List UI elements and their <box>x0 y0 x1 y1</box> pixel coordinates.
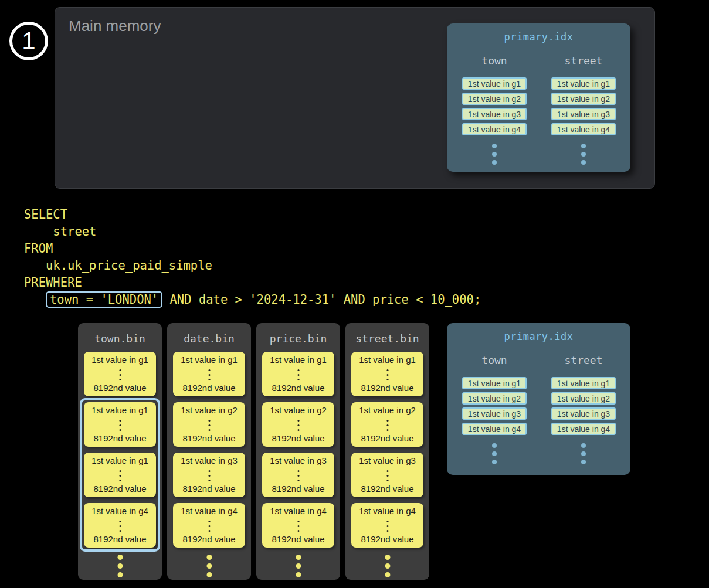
granule-last-value: 8192nd value <box>262 433 334 443</box>
index-mark-chip: 1st value in g4 <box>462 423 527 435</box>
index-mark-chip: 1st value in g3 <box>462 108 527 120</box>
granule-first-value: 1st value in g1 <box>351 355 423 365</box>
index-mark-chip: 1st value in g2 <box>462 392 527 405</box>
sql-line-prewhere: PREWHERE <box>24 276 82 290</box>
primary-idx-title: primary.idx <box>447 331 630 342</box>
granule-first-value: 1st value in g4 <box>262 506 334 516</box>
sql-line-conditions: AND date > '2024-12-31' AND price < 10_0… <box>162 293 481 307</box>
index-mark-chip: 1st value in g2 <box>551 392 616 405</box>
bin-file-title: date.bin <box>167 332 251 345</box>
granule-block: 1st value in g1 8192nd value <box>351 352 423 396</box>
ellipsis-dots-icon <box>385 555 390 577</box>
granule-ellipsis-icon <box>208 420 210 431</box>
granule-ellipsis-icon <box>386 369 388 380</box>
index-mark-chip: 1st value in g2 <box>551 93 616 105</box>
granule-last-value: 8192nd value <box>262 383 334 393</box>
index-mark-chip: 1st value in g2 <box>462 93 527 105</box>
index-mark-chip: 1st value in g4 <box>462 123 527 135</box>
granule-ellipsis-icon <box>386 470 388 481</box>
column-header-town: town <box>453 55 535 67</box>
sql-query: SELECT street FROM uk.uk_price_paid_simp… <box>24 206 481 308</box>
granule-first-value: 1st value in g4 <box>173 506 245 516</box>
ellipsis-dots-icon <box>206 555 212 577</box>
bin-panel-town: town.bin 1st value in g1 8192nd value 1s… <box>78 323 162 580</box>
index-mark-chip: 1st value in g3 <box>462 407 527 420</box>
granule-first-value: 1st value in g3 <box>262 456 334 465</box>
granule-first-value: 1st value in g2 <box>173 405 245 415</box>
step-1-badge: 1 <box>9 22 48 60</box>
granule-last-value: 8192nd value <box>351 534 423 544</box>
ellipsis-dots-icon <box>492 144 497 165</box>
main-memory-title: Main memory <box>69 17 161 35</box>
diagram-canvas: 1 Main memory primary.idx town street 1s… <box>0 0 709 588</box>
granule-block: 1st value in g4 8192nd value <box>173 503 245 548</box>
granule-ellipsis-icon <box>297 521 299 532</box>
granule-last-value: 8192nd value <box>173 484 245 494</box>
index-mark-chip: 1st value in g1 <box>551 377 616 389</box>
granule-ellipsis-icon <box>297 470 299 481</box>
granule-ellipsis-icon <box>297 420 299 431</box>
granule-block: 1st value in g3 8192nd value <box>262 453 334 497</box>
granule-first-value: 1st value in g3 <box>351 456 423 465</box>
granule-last-value: 8192nd value <box>262 534 334 544</box>
granule-last-value: 8192nd value <box>173 534 245 544</box>
granule-last-value: 8192nd value <box>262 484 334 494</box>
primary-idx-title: primary.idx <box>447 31 630 43</box>
bin-panel-street: street.bin 1st value in g1 8192nd value … <box>345 323 429 580</box>
bin-file-title: town.bin <box>78 332 162 345</box>
granule-ellipsis-icon <box>208 521 210 532</box>
index-mark-chip: 1st value in g3 <box>551 108 616 120</box>
granule-block: 1st value in g1 8192nd value <box>173 352 245 396</box>
index-mark-chip: 1st value in g4 <box>551 123 616 135</box>
granule-ellipsis-icon <box>208 470 210 481</box>
column-header-street: street <box>542 354 625 366</box>
bin-panel-date: date.bin 1st value in g1 8192nd value 1s… <box>167 323 251 580</box>
sql-line-table: uk.uk_price_paid_simple <box>24 259 212 273</box>
sql-line-select-column: street <box>24 225 96 239</box>
bin-file-title: street.bin <box>345 332 429 345</box>
granule-ellipsis-icon <box>297 369 299 380</box>
ellipsis-dots-icon <box>296 555 301 577</box>
bin-file-title: price.bin <box>256 332 340 345</box>
granule-block: 1st value in g1 8192nd value <box>84 352 156 396</box>
step-number: 1 <box>22 27 35 55</box>
primary-idx-panel-top: primary.idx town street 1st value in g1 … <box>447 23 630 172</box>
index-mark-chip: 1st value in g1 <box>462 377 527 389</box>
prewhere-town-highlight: town = 'LONDON' <box>46 291 162 308</box>
granule-last-value: 8192nd value <box>173 433 245 443</box>
granule-ellipsis-icon <box>386 420 388 431</box>
granule-ellipsis-icon <box>119 369 121 380</box>
granule-last-value: 8192nd value <box>351 484 423 494</box>
column-header-street: street <box>542 55 625 67</box>
index-mark-chip: 1st value in g1 <box>462 77 527 90</box>
granule-last-value: 8192nd value <box>173 383 245 393</box>
ellipsis-dots-icon <box>581 144 586 165</box>
granule-last-value: 8192nd value <box>84 383 156 393</box>
granule-block: 1st value in g2 8192nd value <box>262 402 334 447</box>
granule-block: 1st value in g4 8192nd value <box>262 503 334 548</box>
ellipsis-dots-icon <box>492 443 497 464</box>
index-mark-chip: 1st value in g1 <box>551 77 616 90</box>
bin-panel-price: price.bin 1st value in g1 8192nd value 1… <box>256 323 340 580</box>
granule-first-value: 1st value in g1 <box>84 355 156 365</box>
sql-indent <box>24 293 46 307</box>
matching-granules-highlight-ring <box>80 398 160 552</box>
primary-idx-panel-bottom: primary.idx town street 1st value in g1 … <box>447 323 630 475</box>
sql-line-from: FROM <box>24 242 53 256</box>
granule-ellipsis-icon <box>386 521 388 532</box>
granule-block: 1st value in g2 8192nd value <box>351 402 423 447</box>
column-header-town: town <box>453 354 535 366</box>
granule-block: 1st value in g1 8192nd value <box>262 352 334 396</box>
index-mark-chip: 1st value in g3 <box>551 407 616 420</box>
granule-block: 1st value in g3 8192nd value <box>351 453 423 497</box>
ellipsis-dots-icon <box>117 555 123 577</box>
ellipsis-dots-icon <box>581 443 586 464</box>
granule-ellipsis-icon <box>208 369 210 380</box>
index-mark-chip: 1st value in g4 <box>551 423 616 435</box>
granule-block: 1st value in g3 8192nd value <box>173 453 245 497</box>
granule-block: 1st value in g2 8192nd value <box>173 402 245 447</box>
granule-first-value: 1st value in g1 <box>262 355 334 365</box>
granule-first-value: 1st value in g2 <box>351 405 423 415</box>
granule-block: 1st value in g4 8192nd value <box>351 503 423 548</box>
granule-first-value: 1st value in g1 <box>173 355 245 365</box>
